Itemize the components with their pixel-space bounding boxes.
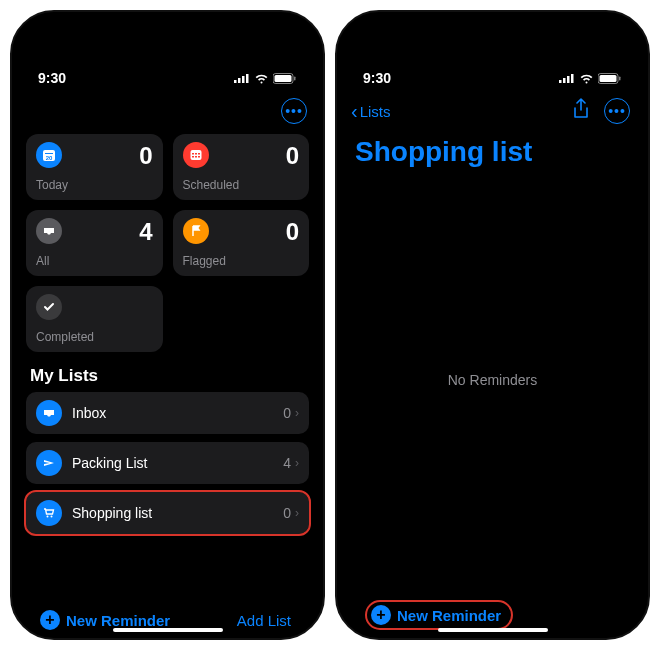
ellipsis-icon: ••• — [285, 104, 303, 118]
airplane-icon — [36, 450, 62, 476]
list-row-shopping[interactable]: Shopping list 0 › — [26, 492, 309, 534]
svg-text:20: 20 — [46, 155, 53, 161]
card-count: 4 — [139, 218, 152, 246]
svg-rect-21 — [567, 76, 570, 83]
list-label: Packing List — [72, 455, 283, 471]
svg-rect-24 — [600, 75, 617, 82]
svg-rect-15 — [195, 156, 197, 158]
back-label: Lists — [360, 103, 391, 120]
flag-icon — [183, 218, 209, 244]
my-lists-title: My Lists — [30, 366, 305, 386]
svg-rect-25 — [619, 76, 621, 80]
svg-rect-22 — [571, 74, 574, 83]
card-label: Completed — [36, 330, 153, 344]
svg-rect-13 — [198, 153, 200, 155]
card-count: 0 — [286, 142, 299, 170]
tray-icon — [36, 400, 62, 426]
status-time: 9:30 — [363, 70, 391, 86]
cart-icon — [36, 500, 62, 526]
card-all[interactable]: 4 All — [26, 210, 163, 276]
card-scheduled[interactable]: 0 Scheduled — [173, 134, 310, 200]
card-label: Scheduled — [183, 178, 300, 192]
new-reminder-button[interactable]: + New Reminder — [365, 600, 513, 630]
svg-rect-1 — [238, 78, 241, 83]
ellipsis-icon: ••• — [608, 104, 626, 118]
svg-rect-12 — [195, 153, 197, 155]
phone-left: 9:30 ••• 20 — [10, 10, 325, 640]
svg-rect-5 — [275, 75, 292, 82]
chevron-right-icon: › — [295, 456, 299, 470]
battery-icon — [273, 73, 297, 84]
checkmark-icon — [36, 294, 62, 320]
card-label: Today — [36, 178, 153, 192]
card-flagged[interactable]: 0 Flagged — [173, 210, 310, 276]
svg-rect-14 — [192, 156, 194, 158]
card-today[interactable]: 20 0 Today — [26, 134, 163, 200]
list-count: 0 — [283, 505, 291, 521]
svg-point-18 — [51, 516, 53, 518]
tray-icon — [36, 218, 62, 244]
summary-cards: 20 0 Today 0 Scheduled — [26, 134, 309, 352]
more-button[interactable]: ••• — [604, 98, 630, 124]
list-title: Shopping list — [355, 136, 634, 168]
list-row-inbox[interactable]: Inbox 0 › — [26, 392, 309, 434]
list-label: Shopping list — [72, 505, 283, 521]
plus-icon: + — [40, 610, 60, 630]
wifi-icon — [579, 73, 594, 84]
status-time: 9:30 — [38, 70, 66, 86]
svg-rect-20 — [563, 78, 566, 83]
battery-icon — [598, 73, 622, 84]
chevron-left-icon: ‹ — [351, 101, 358, 121]
status-bar: 9:30 — [337, 52, 648, 92]
home-indicator[interactable] — [438, 628, 548, 632]
plus-icon: + — [371, 605, 391, 625]
svg-rect-11 — [192, 153, 194, 155]
calendar-icon: 20 — [36, 142, 62, 168]
svg-rect-19 — [559, 80, 562, 83]
svg-rect-3 — [246, 74, 249, 83]
card-label: Flagged — [183, 254, 300, 268]
svg-rect-0 — [234, 80, 237, 83]
wifi-icon — [254, 73, 269, 84]
list-count: 4 — [283, 455, 291, 471]
more-button[interactable]: ••• — [281, 98, 307, 124]
empty-text: No Reminders — [448, 372, 537, 388]
empty-state: No Reminders — [351, 168, 634, 592]
svg-point-17 — [47, 516, 49, 518]
chevron-right-icon: › — [295, 506, 299, 520]
share-button[interactable] — [572, 98, 590, 124]
back-button[interactable]: ‹ Lists — [351, 101, 391, 121]
card-label: All — [36, 254, 153, 268]
svg-rect-16 — [198, 156, 200, 158]
card-count: 0 — [139, 142, 152, 170]
cellular-icon — [234, 73, 250, 83]
list-label: Inbox — [72, 405, 283, 421]
svg-rect-10 — [190, 150, 201, 160]
home-indicator[interactable] — [113, 628, 223, 632]
card-completed[interactable]: Completed — [26, 286, 163, 352]
new-reminder-label: New Reminder — [397, 607, 501, 624]
svg-rect-2 — [242, 76, 245, 83]
card-count: 0 — [286, 218, 299, 246]
list-count: 0 — [283, 405, 291, 421]
list-row-packing[interactable]: Packing List 4 › — [26, 442, 309, 484]
phone-right: 9:30 ‹ Lists — [335, 10, 650, 640]
cellular-icon — [559, 73, 575, 83]
add-list-button[interactable]: Add List — [237, 612, 291, 629]
svg-rect-6 — [294, 76, 296, 80]
new-reminder-label: New Reminder — [66, 612, 170, 629]
notch — [103, 12, 233, 40]
status-bar: 9:30 — [12, 52, 323, 92]
chevron-right-icon: › — [295, 406, 299, 420]
notch — [428, 12, 558, 40]
new-reminder-button[interactable]: + New Reminder — [40, 610, 170, 630]
calendar-grid-icon — [183, 142, 209, 168]
